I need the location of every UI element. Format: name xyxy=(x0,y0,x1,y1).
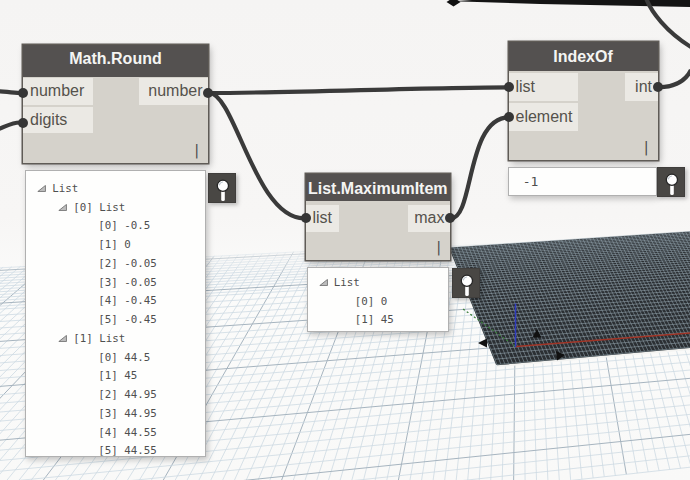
output-nub-int[interactable] xyxy=(653,82,663,92)
preview-row: [0] List xyxy=(26,198,205,217)
pin-preview-button[interactable] xyxy=(452,268,480,298)
wire[interactable] xyxy=(209,87,509,93)
preview-bubble-indexof[interactable]: -1 xyxy=(508,167,657,197)
preview-value: [4] 44.55 xyxy=(98,426,157,439)
preview-row: [1] 0 xyxy=(26,235,205,254)
preview-value: [0] List xyxy=(73,201,125,214)
lacing-indicator[interactable]: | xyxy=(435,240,443,254)
preview-value: [5] 44.55 xyxy=(98,444,157,457)
preview-value: [1] 45 xyxy=(355,313,394,326)
wire[interactable] xyxy=(0,91,20,93)
preview-value: List xyxy=(52,182,78,195)
preview-value: [2] -0.05 xyxy=(98,257,157,270)
preview-row: List xyxy=(26,179,205,198)
preview-row: [1] 45 xyxy=(308,311,448,330)
preview-row: [3] -0.05 xyxy=(26,273,205,292)
preview-value: [1] 45 xyxy=(98,369,137,382)
node-list-maximumitem[interactable]: List.MaximumItem list max | xyxy=(306,174,451,260)
preview-value: [2] 44.95 xyxy=(98,388,157,401)
preview-row: [0] -0.5 xyxy=(26,217,205,236)
input-port-element[interactable]: element xyxy=(509,103,579,131)
preview-value: [4] -0.45 xyxy=(98,294,157,307)
preview-value: [1] 0 xyxy=(98,238,131,251)
lacing-indicator[interactable]: | xyxy=(193,143,201,157)
preview-row: [0] 44.5 xyxy=(26,348,205,367)
preview-row: [0] 0 xyxy=(308,292,448,311)
preview-row: -1 xyxy=(509,173,656,192)
preview-row: [1] 45 xyxy=(26,367,205,386)
input-port-list[interactable]: list xyxy=(509,73,579,101)
preview-row: [4] 44.55 xyxy=(26,423,205,442)
wire[interactable] xyxy=(0,123,20,131)
pin-preview-button[interactable] xyxy=(657,167,685,197)
pushpin-icon xyxy=(209,174,237,204)
input-nub-list[interactable] xyxy=(504,82,514,92)
preview-bubble-math-round[interactable]: List[0] List[0] -0.5[1] 0[2] -0.05[3] -0… xyxy=(25,170,206,457)
expander-triangle-icon[interactable] xyxy=(37,185,46,192)
wire[interactable] xyxy=(451,117,509,218)
pin-preview-button[interactable] xyxy=(208,173,236,203)
node-title[interactable]: List.MaximumItem xyxy=(306,174,451,202)
wire[interactable] xyxy=(645,0,690,47)
node-math-round[interactable]: Math.Round number digits number | xyxy=(23,45,208,163)
pushpin-icon xyxy=(453,269,481,299)
wire[interactable] xyxy=(659,70,690,87)
edge-on-surface xyxy=(453,0,690,7)
preview-value: [1] List xyxy=(73,332,125,345)
node-title[interactable]: IndexOf xyxy=(509,42,658,71)
node-indexof[interactable]: IndexOf list element int | xyxy=(509,42,658,160)
preview-row: [5] 44.55 xyxy=(26,442,205,461)
preview-value: [3] 44.95 xyxy=(98,407,157,420)
preview-row: [3] 44.95 xyxy=(26,404,205,423)
output-port-max[interactable]: max xyxy=(408,205,450,233)
preview-value: [0] 44.5 xyxy=(98,351,150,364)
expander-triangle-icon[interactable] xyxy=(58,204,67,211)
pushpin-icon xyxy=(658,168,686,198)
preview-row: List xyxy=(308,273,448,292)
expander-triangle-icon[interactable] xyxy=(58,335,67,342)
input-nub-number[interactable] xyxy=(18,88,28,98)
preview-row: [1] List xyxy=(26,329,205,348)
preview-row: [5] -0.45 xyxy=(26,310,205,329)
preview-value: -1 xyxy=(523,174,539,189)
preview-row: [4] -0.45 xyxy=(26,292,205,311)
output-nub-number[interactable] xyxy=(203,88,213,98)
preview-value: [5] -0.45 xyxy=(98,313,157,326)
expander-triangle-icon[interactable] xyxy=(319,279,328,286)
preview-value: [0] -0.5 xyxy=(98,219,150,232)
input-port-digits[interactable]: digits xyxy=(23,107,93,133)
lacing-indicator[interactable]: | xyxy=(642,140,650,154)
preview-row: [2] 44.95 xyxy=(26,385,205,404)
output-port-number[interactable]: number xyxy=(139,78,208,105)
preview-row: [2] -0.05 xyxy=(26,254,205,273)
preview-value: List xyxy=(334,276,360,289)
input-nub-element[interactable] xyxy=(504,112,514,122)
node-title[interactable]: Math.Round xyxy=(23,45,208,77)
input-nub-list[interactable] xyxy=(301,213,311,223)
input-port-number[interactable]: number xyxy=(23,78,93,105)
input-nub-digits[interactable] xyxy=(18,118,28,128)
preview-bubble-list-maximumitem[interactable]: List[0] 0[1] 45 xyxy=(307,267,449,332)
preview-value: [0] 0 xyxy=(355,295,388,308)
preview-value: [3] -0.05 xyxy=(98,276,157,289)
